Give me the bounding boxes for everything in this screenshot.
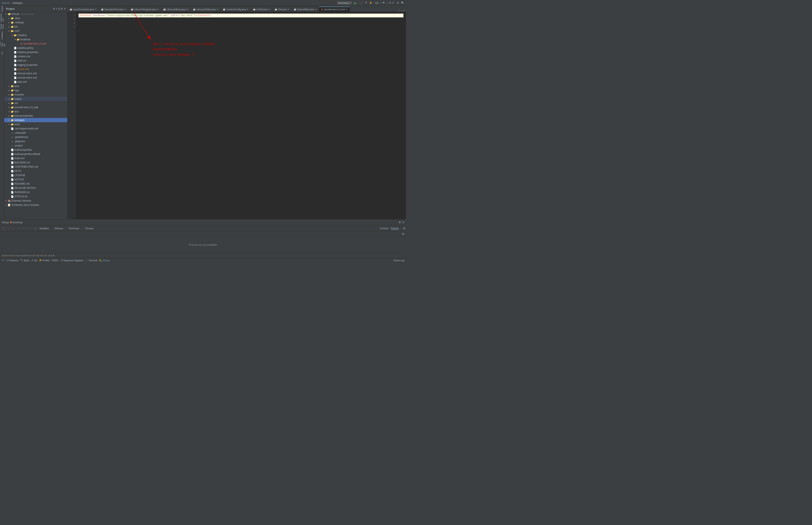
tree-item-tomcat-users-xsd[interactable]: 📄 tomcat-users.xsd (4, 76, 67, 80)
tree-item-idea[interactable]: 📁 .idea (4, 16, 67, 20)
debug-tab-overhead[interactable]: Overhead (69, 227, 79, 230)
settings-icon[interactable]: ⚙ (396, 1, 400, 5)
tab-close-expand-war[interactable]: ✕ (315, 8, 317, 11)
code-editor[interactable]: <Context docBase="/Users/quyixiao/Deskto… (76, 12, 406, 219)
tree-item-classpath[interactable]: ● .classpath (4, 131, 67, 135)
tree-item-logs[interactable]: 📁 logs (4, 88, 67, 92)
tab-close-file[interactable]: ✕ (288, 8, 289, 11)
tree-item-keys[interactable]: 📄 KEYS (4, 169, 67, 173)
status-terminal[interactable]: ⬛ Terminal (85, 259, 97, 262)
tab-lifecycle-base[interactable]: ☕ LifecycleBase.java ✕ (161, 6, 191, 12)
tab-close-servelet-test[interactable]: ✕ (346, 8, 348, 11)
search-everywhere-icon[interactable]: 🔍 (401, 1, 404, 5)
tree-item-build-properties-default[interactable]: 📄 build.properties.default (4, 152, 67, 156)
bottom-close-icon[interactable]: ✕ (402, 221, 404, 224)
status-sequence-diagram[interactable]: ⎇ Sequence Diagram (60, 259, 83, 262)
tab-standard-host[interactable]: ☕ StandardHost.java ✕ (99, 6, 129, 12)
tab-close-lifecycle-base[interactable]: ✕ (187, 8, 189, 11)
tree-item-modules[interactable]: 📁 modules (4, 92, 67, 97)
tree-item-contributing-md[interactable]: 📄 CONTRIBUTING.md (4, 165, 67, 169)
tree-item-tomcat[interactable]: 📁 tomcat ~/gitlab/tomcat (4, 12, 67, 16)
tab-uri-util[interactable]: ☕ UriUtil.java ✕ (251, 6, 272, 12)
tree-item-java[interactable]: 📁 java (4, 84, 67, 88)
tree-item-tomcat-users-xml[interactable]: 📄 tomcat-users.xml (4, 71, 67, 76)
project-settings-icon[interactable]: ⚙ (53, 7, 55, 10)
sidebar-icon-ant[interactable]: Ant (0, 51, 4, 55)
tree-item-license[interactable]: 📄 LICENSE (4, 173, 67, 177)
tree-item-servelet-test-xml[interactable]: 🗎 servelet-test-1.0.xml (4, 42, 67, 46)
sidebar-icon-json-parser[interactable]: JSON Parser (0, 25, 4, 28)
tree-item-scratches[interactable]: 📝 Scratches and Consoles (4, 203, 67, 207)
tree-item-bin[interactable]: 📁 bin (4, 25, 67, 29)
debug-session-name[interactable]: Bootstrap (13, 221, 22, 224)
git-branch-icon[interactable]: ⚑ (383, 1, 385, 4)
debug-tab-memory[interactable]: Memory (55, 227, 63, 230)
tree-item-catalina-policy[interactable]: 📄 catalina.policy (4, 46, 67, 50)
project-layout-icon[interactable]: ≡ (56, 7, 57, 10)
tree-item-running-txt[interactable]: 📄 RUNNING.txt (4, 190, 67, 194)
tree-item-localhost[interactable]: 📂 localhost (4, 38, 67, 42)
git-history-icon[interactable]: ⟳ (389, 1, 391, 4)
tree-item-context-xml[interactable]: 📄 context.xml (4, 54, 67, 59)
tab-context-config[interactable]: ☕ ContextConfig.java ✕ (221, 6, 251, 12)
tab-lifecycle-support[interactable]: ☕ LifecycleSupport.java ✕ (129, 6, 161, 12)
profile-button[interactable]: ⚡ (369, 1, 373, 5)
sidebar-icon-database[interactable]: Database (0, 33, 4, 38)
debug-search-input[interactable] (2, 232, 402, 235)
tree-item-project-file[interactable]: ● .project (4, 144, 67, 148)
tree-item-readme-md[interactable]: 📄 README.md (4, 182, 67, 186)
sidebar-icon-big-data-tools[interactable]: Big Data Tools (0, 42, 4, 46)
debug-tab-console[interactable]: Console (380, 227, 388, 230)
tree-item-catalina[interactable]: 📂 Catalina (4, 33, 67, 38)
debug-step-over-icon[interactable]: ⬛ (1, 227, 6, 230)
tree-item-output[interactable]: 📁 output (4, 97, 67, 101)
tree-item-webapps[interactable]: 📁 webapps (4, 118, 67, 122)
tab-file[interactable]: ☕ File.java ✕ (272, 6, 291, 12)
status-git[interactable]: ⎇ Git (31, 259, 37, 262)
status-event-log[interactable]: Event Log (394, 259, 404, 262)
debug-search-filter-icon[interactable]: ⊟ (402, 232, 404, 235)
git-pull-icon[interactable]: ↓ (387, 2, 389, 4)
run-button[interactable]: ▶ (354, 1, 358, 5)
tree-item-build-properties[interactable]: 📄 build.properties (4, 148, 67, 152)
tree-item-work[interactable]: 📁 work (4, 122, 67, 126)
sidebar-icon-project[interactable]: Project (0, 7, 4, 11)
status-todo[interactable]: TODO (51, 259, 58, 262)
tree-item-settings[interactable]: 📁 .settings (4, 20, 67, 25)
debug-button[interactable]: ⬛ (359, 1, 363, 5)
tree-item-status-txt[interactable]: 📄 STATUS.txt (4, 194, 67, 199)
tab-servelet-test[interactable]: 🗎 servelet-test-1.0.xml ✕ (319, 6, 350, 12)
tab-expand-war[interactable]: ☕ ExpandWar.java ✕ (291, 6, 319, 12)
tree-item-external-libraries[interactable]: 📚 External Libraries (4, 199, 67, 203)
run-config-selector[interactable]: Bootstrap ▾ (337, 1, 352, 5)
tab-scan-constants[interactable]: ☕ scan/Constants.java ✕ (67, 6, 99, 12)
project-collapse-icon[interactable]: ✕ (64, 7, 65, 10)
status-expand-icon[interactable]: >> (2, 259, 4, 261)
status-debug[interactable]: 🐛 Debug (99, 259, 109, 262)
tree-item-release-notes[interactable]: 📄 RELEASE-NOTES (4, 186, 67, 190)
status-problems[interactable]: ⚠ Problems (6, 259, 18, 262)
tab-close-lifecycle-support[interactable]: ✕ (157, 8, 159, 11)
tree-item-catalina-properties[interactable]: 📄 catalina.properties (4, 50, 67, 54)
status-profiler[interactable]: ⚡ Profiler (39, 259, 50, 262)
tab-close-scan-constants[interactable]: ✕ (95, 8, 96, 11)
tree-item-res[interactable]: 📁 res (4, 101, 67, 105)
tree-item-logging-properties[interactable]: 📄 logging.properties (4, 63, 67, 67)
bottom-settings-icon[interactable]: ⚙ (399, 221, 401, 224)
tree-item-gitattributes[interactable]: ● .gitattributes (4, 135, 67, 139)
git-revert-icon[interactable]: ↺ (392, 1, 393, 4)
tree-item-build-xml[interactable]: 📄 build.xml (4, 156, 67, 161)
sidebar-icon-pull-requests[interactable]: Pull Requests (0, 16, 4, 19)
git-push-icon[interactable]: ↑ (386, 2, 387, 4)
project-sort-icon[interactable]: ⇅ (58, 7, 60, 10)
tree-item-web-xml[interactable]: 📄 web.xml (4, 80, 67, 84)
coverage-button[interactable]: ☂ (364, 1, 368, 5)
debug-tab-variables[interactable]: Variables (40, 227, 49, 230)
debug-tab-threads[interactable]: Threads (85, 227, 93, 230)
tree-item-notice[interactable]: 📄 NOTICE (4, 177, 67, 182)
project-more-icon[interactable]: ⚙ (61, 7, 63, 10)
tab-close-uri-util[interactable]: ✕ (269, 8, 270, 11)
tree-item-conf[interactable]: 📂 conf (4, 29, 67, 33)
tab-close-lifecycle-state[interactable]: ✕ (217, 8, 219, 11)
status-build[interactable]: 🔨 Build (20, 259, 29, 262)
